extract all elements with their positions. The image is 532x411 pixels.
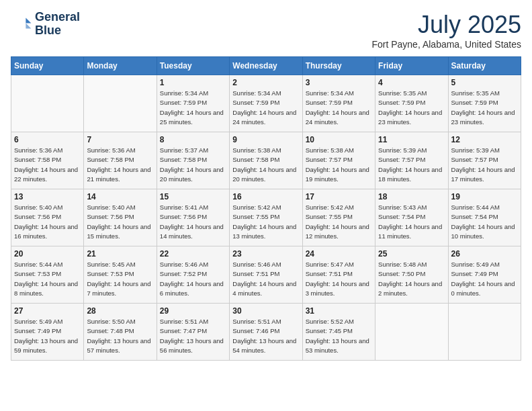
day-number: 9 bbox=[232, 135, 299, 144]
day-number: 11 bbox=[378, 135, 445, 144]
day-number: 27 bbox=[14, 306, 81, 316]
calendar-cell: 20Sunrise: 5:44 AMSunset: 7:53 PMDayligh… bbox=[11, 246, 84, 304]
day-number: 2 bbox=[232, 78, 299, 87]
day-number: 25 bbox=[378, 249, 445, 259]
day-number: 7 bbox=[87, 135, 153, 144]
calendar-cell: 31Sunrise: 5:52 AMSunset: 7:45 PMDayligh… bbox=[302, 304, 375, 361]
day-number: 17 bbox=[306, 192, 372, 201]
day-info: Sunrise: 5:42 AMSunset: 7:55 PMDaylight:… bbox=[232, 203, 299, 241]
day-info: Sunrise: 5:46 AMSunset: 7:51 PMDaylight:… bbox=[232, 260, 299, 298]
day-number: 18 bbox=[378, 192, 445, 201]
day-info: Sunrise: 5:35 AMSunset: 7:59 PMDaylight:… bbox=[451, 89, 518, 127]
calendar-cell bbox=[375, 304, 448, 361]
calendar-cell: 8Sunrise: 5:37 AMSunset: 7:58 PMDaylight… bbox=[157, 132, 229, 189]
col-header-thursday: Thursday bbox=[302, 57, 375, 75]
day-number: 23 bbox=[232, 249, 299, 259]
day-info: Sunrise: 5:44 AMSunset: 7:54 PMDaylight:… bbox=[451, 203, 518, 241]
page-header: General Blue July 2025 Fort Payne, Alaba… bbox=[11, 11, 521, 50]
day-number: 22 bbox=[160, 249, 226, 259]
day-info: Sunrise: 5:40 AMSunset: 7:56 PMDaylight:… bbox=[14, 203, 81, 241]
calendar-cell: 26Sunrise: 5:49 AMSunset: 7:49 PMDayligh… bbox=[448, 246, 521, 304]
col-header-tuesday: Tuesday bbox=[157, 57, 229, 75]
day-info: Sunrise: 5:36 AMSunset: 7:58 PMDaylight:… bbox=[14, 146, 81, 184]
svg-rect-0 bbox=[11, 13, 32, 35]
day-number: 12 bbox=[451, 135, 518, 144]
calendar-cell: 23Sunrise: 5:46 AMSunset: 7:51 PMDayligh… bbox=[230, 246, 302, 304]
calendar-cell: 2Sunrise: 5:34 AMSunset: 7:59 PMDaylight… bbox=[230, 75, 302, 132]
day-number: 19 bbox=[451, 192, 518, 201]
calendar-cell: 4Sunrise: 5:35 AMSunset: 7:59 PMDaylight… bbox=[375, 75, 448, 132]
calendar-cell: 11Sunrise: 5:39 AMSunset: 7:57 PMDayligh… bbox=[375, 132, 448, 189]
day-info: Sunrise: 5:40 AMSunset: 7:56 PMDaylight:… bbox=[87, 203, 153, 241]
day-info: Sunrise: 5:42 AMSunset: 7:55 PMDaylight:… bbox=[306, 203, 372, 241]
col-header-monday: Monday bbox=[84, 57, 157, 75]
col-header-friday: Friday bbox=[375, 57, 448, 75]
day-info: Sunrise: 5:51 AMSunset: 7:46 PMDaylight:… bbox=[232, 317, 299, 355]
week-row-4: 20Sunrise: 5:44 AMSunset: 7:53 PMDayligh… bbox=[11, 246, 521, 304]
day-info: Sunrise: 5:51 AMSunset: 7:47 PMDaylight:… bbox=[160, 317, 226, 355]
calendar-cell: 6Sunrise: 5:36 AMSunset: 7:58 PMDaylight… bbox=[11, 132, 84, 189]
day-number: 16 bbox=[232, 192, 299, 201]
calendar-cell: 14Sunrise: 5:40 AMSunset: 7:56 PMDayligh… bbox=[84, 189, 157, 246]
week-row-5: 27Sunrise: 5:49 AMSunset: 7:49 PMDayligh… bbox=[11, 304, 521, 361]
day-info: Sunrise: 5:35 AMSunset: 7:59 PMDaylight:… bbox=[378, 89, 445, 127]
logo: General Blue bbox=[11, 11, 80, 38]
calendar-header-row: SundayMondayTuesdayWednesdayThursdayFrid… bbox=[11, 57, 521, 75]
col-header-sunday: Sunday bbox=[11, 57, 84, 75]
day-info: Sunrise: 5:49 AMSunset: 7:49 PMDaylight:… bbox=[14, 317, 81, 355]
day-info: Sunrise: 5:47 AMSunset: 7:51 PMDaylight:… bbox=[306, 260, 372, 298]
day-number: 28 bbox=[87, 306, 153, 316]
location: Fort Payne, Alabama, United States bbox=[371, 39, 521, 50]
calendar-cell: 9Sunrise: 5:38 AMSunset: 7:58 PMDaylight… bbox=[230, 132, 302, 189]
calendar-cell: 24Sunrise: 5:47 AMSunset: 7:51 PMDayligh… bbox=[302, 246, 375, 304]
day-number: 26 bbox=[451, 249, 518, 259]
day-info: Sunrise: 5:37 AMSunset: 7:58 PMDaylight:… bbox=[160, 146, 226, 184]
calendar-cell: 21Sunrise: 5:45 AMSunset: 7:53 PMDayligh… bbox=[84, 246, 157, 304]
calendar-cell: 15Sunrise: 5:41 AMSunset: 7:56 PMDayligh… bbox=[157, 189, 229, 246]
day-number: 8 bbox=[160, 135, 226, 144]
day-info: Sunrise: 5:38 AMSunset: 7:57 PMDaylight:… bbox=[306, 146, 372, 184]
day-info: Sunrise: 5:52 AMSunset: 7:45 PMDaylight:… bbox=[306, 317, 372, 355]
calendar-cell: 27Sunrise: 5:49 AMSunset: 7:49 PMDayligh… bbox=[11, 304, 84, 361]
day-info: Sunrise: 5:38 AMSunset: 7:58 PMDaylight:… bbox=[232, 146, 299, 184]
calendar-cell: 22Sunrise: 5:46 AMSunset: 7:52 PMDayligh… bbox=[157, 246, 229, 304]
day-number: 10 bbox=[306, 135, 372, 144]
day-number: 30 bbox=[232, 306, 299, 316]
calendar-cell: 5Sunrise: 5:35 AMSunset: 7:59 PMDaylight… bbox=[448, 75, 521, 132]
day-info: Sunrise: 5:43 AMSunset: 7:54 PMDaylight:… bbox=[378, 203, 445, 241]
week-row-2: 6Sunrise: 5:36 AMSunset: 7:58 PMDaylight… bbox=[11, 132, 521, 189]
calendar-cell bbox=[11, 75, 84, 132]
calendar-cell: 7Sunrise: 5:36 AMSunset: 7:58 PMDaylight… bbox=[84, 132, 157, 189]
day-info: Sunrise: 5:46 AMSunset: 7:52 PMDaylight:… bbox=[160, 260, 226, 298]
calendar-cell: 19Sunrise: 5:44 AMSunset: 7:54 PMDayligh… bbox=[448, 189, 521, 246]
day-number: 15 bbox=[160, 192, 226, 201]
day-info: Sunrise: 5:44 AMSunset: 7:53 PMDaylight:… bbox=[14, 260, 81, 298]
calendar-cell: 30Sunrise: 5:51 AMSunset: 7:46 PMDayligh… bbox=[230, 304, 302, 361]
title-block: July 2025 Fort Payne, Alabama, United St… bbox=[371, 11, 521, 50]
day-info: Sunrise: 5:34 AMSunset: 7:59 PMDaylight:… bbox=[232, 89, 299, 127]
calendar-cell: 25Sunrise: 5:48 AMSunset: 7:50 PMDayligh… bbox=[375, 246, 448, 304]
calendar-table: SundayMondayTuesdayWednesdayThursdayFrid… bbox=[11, 56, 521, 361]
calendar-cell: 12Sunrise: 5:39 AMSunset: 7:57 PMDayligh… bbox=[448, 132, 521, 189]
calendar-cell: 18Sunrise: 5:43 AMSunset: 7:54 PMDayligh… bbox=[375, 189, 448, 246]
calendar-cell: 17Sunrise: 5:42 AMSunset: 7:55 PMDayligh… bbox=[302, 189, 375, 246]
week-row-1: 1Sunrise: 5:34 AMSunset: 7:59 PMDaylight… bbox=[11, 75, 521, 132]
calendar-cell: 3Sunrise: 5:34 AMSunset: 7:59 PMDaylight… bbox=[302, 75, 375, 132]
logo-icon bbox=[11, 13, 32, 35]
calendar-cell: 28Sunrise: 5:50 AMSunset: 7:48 PMDayligh… bbox=[84, 304, 157, 361]
month-title: July 2025 bbox=[371, 11, 521, 39]
day-info: Sunrise: 5:39 AMSunset: 7:57 PMDaylight:… bbox=[378, 146, 445, 184]
calendar-cell: 16Sunrise: 5:42 AMSunset: 7:55 PMDayligh… bbox=[230, 189, 302, 246]
day-info: Sunrise: 5:49 AMSunset: 7:49 PMDaylight:… bbox=[451, 260, 518, 298]
logo-line2: Blue bbox=[35, 24, 80, 38]
day-number: 6 bbox=[14, 135, 81, 144]
calendar-cell: 10Sunrise: 5:38 AMSunset: 7:57 PMDayligh… bbox=[302, 132, 375, 189]
day-info: Sunrise: 5:41 AMSunset: 7:56 PMDaylight:… bbox=[160, 203, 226, 241]
day-info: Sunrise: 5:34 AMSunset: 7:59 PMDaylight:… bbox=[160, 89, 226, 127]
calendar-cell: 29Sunrise: 5:51 AMSunset: 7:47 PMDayligh… bbox=[157, 304, 229, 361]
day-number: 1 bbox=[160, 78, 226, 87]
calendar-cell: 1Sunrise: 5:34 AMSunset: 7:59 PMDaylight… bbox=[157, 75, 229, 132]
svg-marker-1 bbox=[26, 17, 31, 23]
day-number: 4 bbox=[378, 78, 445, 87]
day-info: Sunrise: 5:45 AMSunset: 7:53 PMDaylight:… bbox=[87, 260, 153, 298]
